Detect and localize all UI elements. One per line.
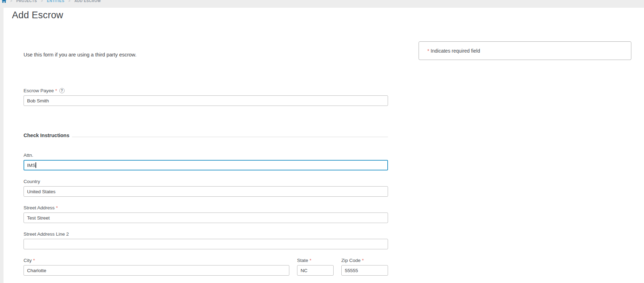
street-address-2-label: Street Address Line 2 <box>24 231 388 237</box>
street-address-input[interactable] <box>24 213 388 223</box>
section-check-instructions: Check Instructions <box>24 133 388 138</box>
street-address-label-text: Street Address <box>24 205 55 210</box>
breadcrumb: > PROJECTS > ENTITIES > ADD ESCROW <box>0 0 644 8</box>
street-address-label: Street Address * <box>24 205 388 210</box>
state-label-text: State <box>297 258 308 263</box>
home-icon[interactable] <box>2 0 6 3</box>
attn-label: Attn. <box>24 152 388 158</box>
field-group-street-address-2: Street Address Line 2 <box>24 231 388 249</box>
country-label: Country <box>24 178 388 184</box>
city-label-text: City <box>24 258 32 263</box>
escrow-payee-label: Escrow Payee * ? <box>24 88 388 93</box>
field-group-street-address: Street Address * <box>24 205 388 223</box>
breadcrumb-item-entities[interactable]: ENTITIES <box>47 0 65 3</box>
required-note-text: Indicates required field <box>429 48 480 54</box>
city-label: City * <box>24 257 289 263</box>
state-input[interactable] <box>297 265 334 276</box>
required-field-note: * Indicates required field <box>419 41 631 60</box>
required-asterisk: * <box>56 205 58 210</box>
required-asterisk: * <box>33 258 35 263</box>
escrow-payee-input[interactable] <box>24 95 388 106</box>
field-group-state: State * <box>297 257 334 276</box>
required-asterisk: * <box>55 88 57 93</box>
zip-code-input[interactable] <box>341 265 388 276</box>
breadcrumb-separator: > <box>10 0 12 3</box>
text-cursor <box>35 162 36 168</box>
breadcrumb-separator: > <box>41 0 43 3</box>
breadcrumb-item-add-escrow: ADD ESCROW <box>74 0 101 3</box>
field-group-escrow-payee: Escrow Payee * ? <box>24 88 388 106</box>
content-card: Add Escrow Use this form if you are usin… <box>4 8 644 283</box>
attn-label-text: Attn. <box>24 153 33 158</box>
street-address-2-label-text: Street Address Line 2 <box>24 231 69 237</box>
required-asterisk: * <box>362 258 364 263</box>
escrow-payee-label-text: Escrow Payee <box>24 88 54 93</box>
section-divider-line <box>72 137 388 137</box>
form-intro-text: Use this form if you are using a third p… <box>24 52 137 58</box>
attn-input[interactable] <box>24 160 388 170</box>
city-input[interactable] <box>24 265 289 276</box>
field-group-country: Country <box>24 178 388 197</box>
country-input[interactable] <box>24 186 388 197</box>
page-title: Add Escrow <box>12 10 63 21</box>
country-label-text: Country <box>24 179 40 184</box>
state-label: State * <box>297 257 334 263</box>
zip-code-label: Zip Code * <box>341 257 388 263</box>
street-address-2-input[interactable] <box>24 239 388 249</box>
breadcrumb-separator: > <box>68 0 70 3</box>
field-group-city: City * <box>24 257 289 276</box>
help-icon[interactable]: ? <box>59 88 65 93</box>
breadcrumb-item-projects[interactable]: PROJECTS <box>16 0 37 3</box>
field-group-zip-code: Zip Code * <box>341 257 388 276</box>
zip-code-label-text: Zip Code <box>341 258 361 263</box>
section-title: Check Instructions <box>24 133 72 138</box>
required-asterisk: * <box>310 258 311 263</box>
field-group-city-state-zip: City * State * Zip Code * <box>24 257 388 276</box>
field-group-attn: Attn. <box>24 152 388 170</box>
